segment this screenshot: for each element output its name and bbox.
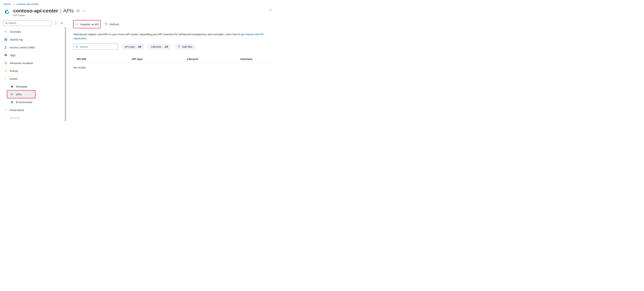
- sidebar-item-label: Overview: [10, 30, 21, 33]
- refresh-icon: [105, 22, 108, 26]
- svg-rect-19: [5, 40, 6, 40]
- svg-marker-39: [178, 46, 180, 48]
- sidebar-item-apis[interactable]: APIs: [7, 90, 35, 98]
- api-center-icon: [4, 8, 11, 15]
- sidebar-group-security[interactable]: Security: [4, 114, 63, 122]
- sidebar-item-label: Access control (IAM): [10, 46, 34, 49]
- svg-marker-3: [76, 9, 80, 12]
- sidebar-item-overview[interactable]: Overview: [4, 28, 63, 35]
- svg-point-5: [84, 11, 84, 11]
- column-api-type[interactable]: API type: [132, 57, 187, 60]
- column-api-title[interactable]: API title: [76, 57, 132, 60]
- page-title-section: APIs: [63, 8, 74, 13]
- table-empty-message: No results: [73, 63, 273, 72]
- favorite-star-icon[interactable]: [76, 9, 80, 13]
- svg-line-14: [5, 31, 6, 31]
- filter-icon: [178, 45, 180, 48]
- svg-point-12: [6, 30, 7, 31]
- sidebar-group-label: Governance: [10, 108, 24, 111]
- sidebar-item-resource-visualizer[interactable]: Resource visualizer: [4, 59, 63, 67]
- filter-lifecycle-value: All: [165, 45, 168, 48]
- sidebar-item-label: Activity log: [10, 38, 23, 41]
- chevron-right-icon: [4, 109, 7, 111]
- sidebar-item-tags[interactable]: Tags: [4, 51, 63, 59]
- svg-rect-24: [5, 63, 6, 64]
- sidebar-item-environments[interactable]: Environments: [4, 98, 63, 106]
- sidebar-item-label: Metadata: [16, 85, 27, 88]
- search-icon: [75, 45, 78, 48]
- resource-visualizer-icon: [4, 61, 8, 64]
- svg-line-10: [7, 23, 7, 24]
- breadcrumb-home[interactable]: Home: [4, 2, 11, 5]
- page-subtitle: API Center: [13, 14, 86, 17]
- sidebar-search-input[interactable]: [8, 21, 50, 25]
- breadcrumb-resource[interactable]: contoso-api-center: [16, 2, 39, 5]
- add-filter-button[interactable]: Add filter: [174, 43, 196, 50]
- table-header: API title API type Lifecycle Summary: [73, 55, 273, 63]
- column-summary[interactable]: Summary: [240, 57, 270, 60]
- sidebar-item-events[interactable]: Events: [4, 67, 63, 75]
- sidebar-search[interactable]: [4, 20, 51, 26]
- svg-point-33: [11, 94, 12, 94]
- more-actions-icon[interactable]: [82, 9, 86, 13]
- refresh-label: Refresh: [110, 23, 119, 26]
- command-bar: Register an API Refresh: [73, 20, 273, 28]
- filter-api-type-value: All: [138, 45, 141, 48]
- svg-point-9: [6, 22, 7, 24]
- add-filter-label: Add filter: [182, 45, 192, 48]
- svg-point-11: [5, 31, 6, 32]
- expand-collapse-icon[interactable]: [54, 21, 57, 25]
- sidebar-group-assets[interactable]: Assets: [4, 75, 63, 82]
- sidebar-group-governance[interactable]: Governance: [4, 106, 63, 114]
- events-icon: [4, 69, 8, 72]
- column-lifecycle[interactable]: Lifecycle: [187, 57, 240, 60]
- tags-icon: [4, 53, 8, 57]
- collapse-sidebar-icon[interactable]: [60, 22, 63, 24]
- api-table: API title API type Lifecycle Summary No …: [73, 55, 273, 72]
- svg-rect-25: [6, 63, 7, 64]
- page-header: contoso-api-center | APIs API Center: [4, 7, 273, 18]
- sidebar-item-label: Environments: [16, 101, 32, 104]
- svg-point-6: [85, 11, 86, 11]
- page-title: contoso-api-center | APIs: [13, 8, 74, 14]
- svg-rect-23: [6, 62, 6, 62]
- svg-point-22: [5, 54, 6, 55]
- search-icon: [5, 22, 8, 24]
- plus-icon: [76, 22, 79, 26]
- access-control-icon: [4, 46, 8, 49]
- filter-bar: API type : All Lifecycle : All Add filte…: [73, 43, 273, 50]
- description-tail: .: [86, 37, 87, 40]
- apis-icon: [10, 93, 14, 96]
- metadata-icon: [10, 85, 14, 88]
- sidebar-item-label: Tags: [10, 54, 16, 57]
- svg-rect-30: [11, 86, 13, 86]
- svg-line-27: [5, 63, 6, 63]
- chevron-down-icon: [4, 77, 7, 80]
- svg-point-21: [6, 46, 7, 47]
- api-search-input[interactable]: [80, 45, 116, 48]
- sidebar-group-label: Assets: [10, 77, 18, 80]
- register-api-button[interactable]: Register an API: [73, 20, 100, 28]
- filter-lifecycle-label: Lifecycle :: [151, 45, 163, 48]
- sidebar-item-activity-log[interactable]: Activity log: [4, 35, 63, 43]
- sidebar-item-label: Events: [10, 69, 18, 72]
- description-text: Seamlessly register new APIs to your Azu…: [73, 32, 273, 40]
- close-icon[interactable]: [268, 8, 273, 11]
- page-title-resource: contoso-api-center: [13, 8, 58, 13]
- sidebar-item-metadata[interactable]: Metadata: [4, 82, 63, 90]
- filter-api-type[interactable]: API type : All: [122, 43, 144, 50]
- svg-line-28: [6, 63, 7, 63]
- filter-lifecycle[interactable]: Lifecycle : All: [148, 43, 171, 50]
- breadcrumb: Home > contoso-api-center: [4, 2, 273, 7]
- svg-line-15: [5, 32, 6, 32]
- sidebar-item-access-control[interactable]: Access control (IAM): [4, 43, 63, 51]
- sidebar-item-label: APIs: [16, 93, 22, 96]
- overview-icon: [4, 30, 8, 33]
- api-search[interactable]: [73, 43, 118, 50]
- refresh-button[interactable]: Refresh: [103, 20, 121, 28]
- sidebar-item-label: Resource visualizer: [10, 61, 33, 64]
- svg-point-4: [83, 11, 83, 11]
- svg-rect-17: [5, 39, 7, 39]
- svg-point-37: [76, 45, 77, 47]
- breadcrumb-separator: >: [13, 2, 14, 5]
